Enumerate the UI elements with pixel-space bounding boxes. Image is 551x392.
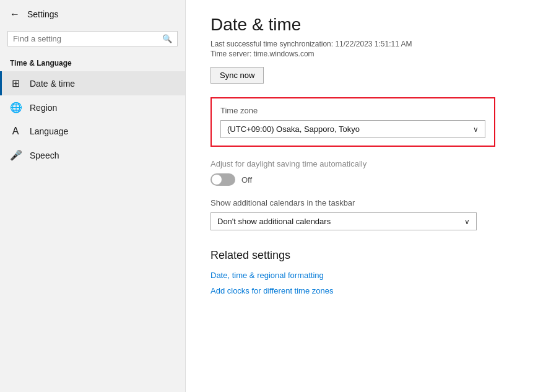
sidebar-item-region[interactable]: 🌐 Region [0,95,185,120]
daylight-label: Adjust for daylight saving time automati… [210,159,526,168]
timezone-section: Time zone (UTC+09:00) Osaka, Sapporo, To… [210,97,495,147]
search-icon: 🔍 [162,34,172,43]
sidebar-item-speech[interactable]: 🎤 Speech [0,143,185,167]
sidebar-item-label: Speech [30,150,59,160]
sidebar-item-language[interactable]: A Language [0,120,185,143]
sync-now-button[interactable]: Sync now [210,67,264,84]
main-content: Date & time Last successful time synchro… [186,0,551,392]
calendars-value: Don't show additional calendars [217,217,331,226]
region-icon: 🌐 [10,102,21,113]
back-button[interactable]: ← [10,9,20,20]
sync-server-text: Time server: time.windows.com [210,50,526,58]
daylight-toggle-row: Off [210,173,526,186]
related-settings-title: Related settings [210,249,526,262]
page-title: Date & time [210,15,526,35]
calendars-dropdown-arrow: ∨ [464,217,470,226]
sidebar-section-label: Time & Language [0,54,185,71]
calendars-dropdown[interactable]: Don't show additional calendars ∨ [210,212,477,230]
calendars-label: Show additional calendars in the taskbar [210,198,526,207]
timezone-dropdown[interactable]: (UTC+09:00) Osaka, Sapporo, Tokyo ∨ [220,120,485,138]
daylight-toggle[interactable] [210,173,235,186]
search-box[interactable]: 🔍 [7,31,178,46]
sidebar: ← Settings 🔍 Time & Language ⊞ Date & ti… [0,0,186,392]
sidebar-item-label: Region [30,103,57,113]
timezone-value: (UTC+09:00) Osaka, Sapporo, Tokyo [227,124,360,134]
sidebar-item-label: Date & time [30,79,75,89]
speech-icon: 🎤 [10,149,21,161]
related-link-formatting[interactable]: Date, time & regional formatting [210,271,526,280]
sidebar-item-date-time[interactable]: ⊞ Date & time [0,71,185,95]
sidebar-title-label: Settings [27,9,59,19]
sidebar-header: ← Settings [0,0,185,28]
sync-info-text: Last successful time synchronization: 11… [210,40,526,48]
related-link-clocks[interactable]: Add clocks for different time zones [210,286,526,295]
timezone-dropdown-arrow: ∨ [473,125,479,134]
language-icon: A [10,126,21,137]
sidebar-item-label: Language [30,126,68,136]
timezone-label: Time zone [220,106,485,115]
daylight-toggle-state: Off [241,175,252,185]
date-time-icon: ⊞ [10,77,21,89]
search-input[interactable] [13,34,162,43]
